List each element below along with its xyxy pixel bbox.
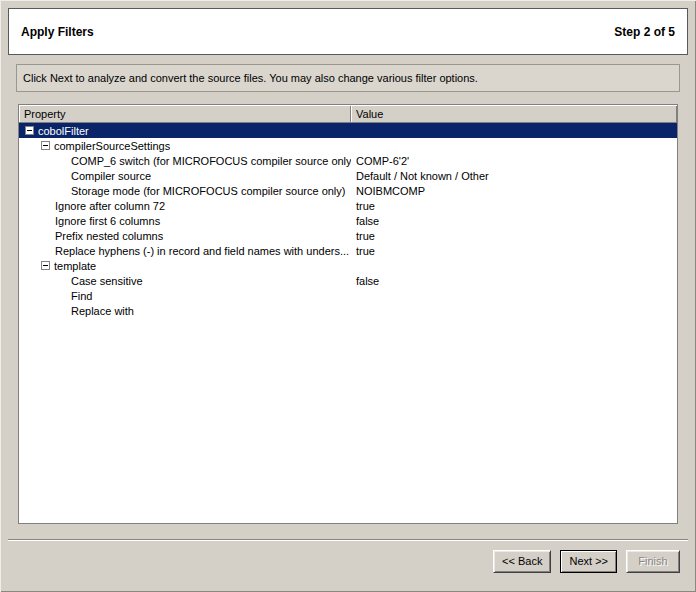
grid-header-row: Property Value xyxy=(19,105,677,123)
back-button[interactable]: << Back xyxy=(493,550,551,573)
column-header-value[interactable]: Value xyxy=(351,105,677,122)
property-cell: Ignore after column 72 xyxy=(19,200,351,212)
property-label: Ignore after column 72 xyxy=(55,200,165,212)
button-bar: << Back Next >> Finish xyxy=(493,550,680,573)
property-label: Prefix nested columns xyxy=(55,230,163,242)
finish-button[interactable]: Finish xyxy=(626,550,680,573)
column-header-property[interactable]: Property xyxy=(19,105,351,122)
table-row[interactable]: Ignore after column 72true xyxy=(19,198,677,213)
value-cell: COMP-6'2' xyxy=(351,155,677,167)
property-cell: Case sensitive xyxy=(19,275,351,287)
collapse-icon[interactable] xyxy=(41,141,50,150)
table-row[interactable]: Find xyxy=(19,288,677,303)
property-label: Compiler source xyxy=(71,170,151,182)
property-label: compilerSourceSettings xyxy=(54,140,170,152)
value-cell: Default / Not known / Other xyxy=(351,170,677,182)
property-label: COMP_6 switch (for MICROFOCUS compiler s… xyxy=(71,155,351,167)
table-row[interactable]: Replace hyphens (-) in record and field … xyxy=(19,243,677,258)
wizard-dialog: { "wizard": { "title": "Apply Filters", … xyxy=(0,0,696,592)
value-cell: true xyxy=(351,245,677,257)
wizard-header: Apply Filters Step 2 of 5 xyxy=(8,8,688,55)
property-label: Find xyxy=(71,290,92,302)
property-cell: compilerSourceSettings xyxy=(19,140,351,152)
info-message: Click Next to analyze and convert the so… xyxy=(23,72,478,84)
property-cell: Compiler source xyxy=(19,170,351,182)
property-cell: COMP_6 switch (for MICROFOCUS compiler s… xyxy=(19,155,351,167)
table-row[interactable]: Replace with xyxy=(19,303,677,318)
property-cell: Find xyxy=(19,290,351,302)
property-cell: template xyxy=(19,260,351,272)
table-row[interactable]: COMP_6 switch (for MICROFOCUS compiler s… xyxy=(19,153,677,168)
table-row[interactable]: template xyxy=(19,258,677,273)
table-row[interactable]: Ignore first 6 columnsfalse xyxy=(19,213,677,228)
value-cell: NOIBMCOMP xyxy=(351,185,677,197)
value-cell: true xyxy=(351,200,677,212)
property-label: cobolFilter xyxy=(38,125,89,137)
table-row[interactable]: compilerSourceSettings xyxy=(19,138,677,153)
table-row[interactable]: Prefix nested columnstrue xyxy=(19,228,677,243)
value-cell: true xyxy=(351,230,677,242)
table-row[interactable]: Compiler sourceDefault / Not known / Oth… xyxy=(19,168,677,183)
value-cell: false xyxy=(351,215,677,227)
collapse-icon[interactable] xyxy=(41,261,50,270)
next-button[interactable]: Next >> xyxy=(560,550,617,573)
property-cell: Replace hyphens (-) in record and field … xyxy=(19,245,351,257)
property-label: Replace with xyxy=(71,305,134,317)
table-row[interactable]: cobolFilter xyxy=(19,123,677,138)
property-cell: cobolFilter xyxy=(19,125,351,137)
property-label: Storage mode (for MICROFOCUS compiler so… xyxy=(71,185,345,197)
property-label: template xyxy=(54,260,96,272)
property-grid-body: cobolFiltercompilerSourceSettingsCOMP_6 … xyxy=(19,123,677,318)
value-cell: false xyxy=(351,275,677,287)
table-row[interactable]: Case sensitivefalse xyxy=(19,273,677,288)
property-label: Ignore first 6 columns xyxy=(55,215,160,227)
page-title: Apply Filters xyxy=(21,25,94,39)
property-cell: Replace with xyxy=(19,305,351,317)
info-box: Click Next to analyze and convert the so… xyxy=(16,64,680,92)
bottom-separator xyxy=(8,539,688,541)
property-label: Replace hyphens (-) in record and field … xyxy=(55,245,349,257)
property-cell: Storage mode (for MICROFOCUS compiler so… xyxy=(19,185,351,197)
step-indicator: Step 2 of 5 xyxy=(614,25,675,39)
property-cell: Prefix nested columns xyxy=(19,230,351,242)
collapse-icon[interactable] xyxy=(25,126,34,135)
property-label: Case sensitive xyxy=(71,275,143,287)
table-row[interactable]: Storage mode (for MICROFOCUS compiler so… xyxy=(19,183,677,198)
property-cell: Ignore first 6 columns xyxy=(19,215,351,227)
property-grid: Property Value cobolFiltercompilerSource… xyxy=(18,104,678,524)
